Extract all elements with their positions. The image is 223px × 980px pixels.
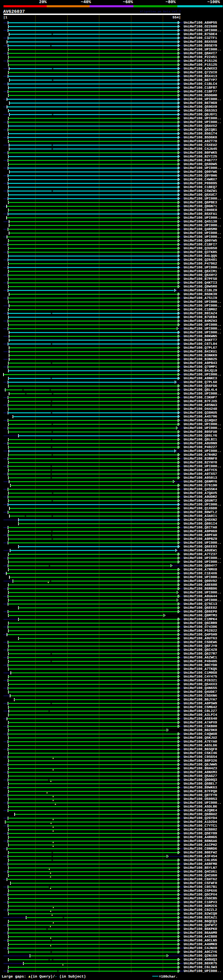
svg-text:UniRef100_Q4P5H9: UniRef100_Q4P5H9 — [184, 633, 217, 637]
svg-text:UniRef100_A8PSW9: UniRef100_A8PSW9 — [184, 702, 217, 706]
svg-text:UniRef100_B3NKK9: UniRef100_B3NKK9 — [184, 353, 217, 358]
svg-text:UniRef100_Q4GXN2: UniRef100_Q4GXN2 — [184, 518, 217, 522]
svg-text:~40%: ~40% — [81, 0, 91, 5]
svg-text:UniRef100_P49405: UniRef100_P49405 — [184, 659, 217, 663]
svg-text:UniRef100_B6JYA7: UniRef100_B6JYA7 — [184, 698, 217, 702]
svg-text:UniRef100_Q38HU5: UniRef100_Q38HU5 — [184, 411, 217, 415]
svg-text:UniRef100_A6SLG6: UniRef100_A6SLG6 — [184, 744, 217, 748]
svg-text:UniRef100_UPI000..: UniRef100_UPI000.. — [184, 392, 221, 396]
svg-text:UniRef100_C5WZW1: UniRef100_C5WZW1 — [184, 189, 217, 193]
svg-text:UniRef100_Q2N159: UniRef100_Q2N159 — [184, 954, 217, 958]
svg-text:UniRef100_C9SGS4: UniRef100_C9SGS4 — [184, 755, 217, 759]
svg-text:UniRef100_UPI000..: UniRef100_UPI000.. — [184, 373, 221, 377]
svg-text:UniRef100_A6ZWC1: UniRef100_A6ZWC1 — [184, 655, 217, 660]
svg-text:UniRef100_Q8TFY0: UniRef100_Q8TFY0 — [184, 793, 217, 797]
svg-text:UniRef100_B6THG9: UniRef100_B6THG9 — [184, 101, 217, 105]
svg-text:UniRef100_A9ZT78: UniRef100_A9ZT78 — [184, 139, 217, 143]
svg-text:UniRef100_B0WTL2: UniRef100_B0WTL2 — [184, 510, 217, 514]
svg-text:UniRef100_B5YLN7: UniRef100_B5YLN7 — [184, 866, 217, 870]
svg-text:UniRef100_Q6CRR9: UniRef100_Q6CRR9 — [184, 621, 217, 625]
svg-text:UniRef100_C1E4X6: UniRef100_C1E4X6 — [184, 571, 217, 576]
svg-text:UniRef100_B2WIQ9: UniRef100_B2WIQ9 — [184, 912, 217, 916]
svg-text:UniRef100_C1BEQ7: UniRef100_C1BEQ7 — [184, 185, 217, 189]
svg-text:UniRef100_B0XR75: UniRef100_B0XR75 — [184, 962, 217, 966]
svg-text:UniRef100_P46777: UniRef100_P46777 — [184, 159, 217, 163]
svg-text:UniRef100_C3ZTF1: UniRef100_C3ZTF1 — [184, 36, 217, 40]
svg-text:UniRef100_B2B802: UniRef100_B2B802 — [184, 828, 217, 832]
svg-text:UniRef100_C5DEW6: UniRef100_C5DEW6 — [184, 640, 217, 644]
svg-text:UniRef100_UPI000..: UniRef100_UPI000.. — [184, 120, 221, 124]
svg-text:UniRef100_Q6EE82: UniRef100_Q6EE82 — [184, 606, 217, 610]
svg-text:UniRef100_A0CZY6: UniRef100_A0CZY6 — [184, 950, 217, 954]
svg-text:UniRef100_Q4KTI3: UniRef100_Q4KTI3 — [184, 281, 217, 285]
svg-text:UniRef100_Q54XX3: UniRef100_Q54XX3 — [184, 682, 217, 687]
svg-text:UniRef100_P09895: UniRef100_P09895 — [184, 181, 217, 186]
svg-text:UniRef100_B0KWN5: UniRef100_B0KWN5 — [184, 334, 217, 339]
svg-text:UniRef100_Q4SSK4: UniRef100_Q4SSK4 — [184, 487, 217, 492]
svg-text:UniRef100_Q5EY89: UniRef100_Q5EY89 — [184, 832, 217, 836]
svg-text:UniRef100_Q1XGD8: UniRef100_Q1XGD8 — [184, 506, 217, 511]
svg-text:UniRef100_UPI000..: UniRef100_UPI000.. — [184, 29, 221, 33]
svg-text:UniRef100_C4LU56: UniRef100_C4LU56 — [184, 858, 217, 862]
svg-text:UniRef100_C1BM02: UniRef100_C1BM02 — [184, 308, 217, 312]
svg-text:UniRef100_UPI000..: UniRef100_UPI000.. — [184, 224, 221, 228]
svg-text:UniRef100_Q627R7: UniRef100_Q627R7 — [184, 652, 217, 656]
svg-text:UniRef100_P15125: UniRef100_P15125 — [184, 63, 217, 67]
svg-text:UniRef100_A4IB88: UniRef100_A4IB88 — [184, 935, 217, 939]
svg-text:UniRef100_P22451: UniRef100_P22451 — [184, 55, 217, 59]
svg-text:UniRef100_C3KHP7: UniRef100_C3KHP7 — [184, 396, 217, 400]
svg-text:UniRef100_UPI000..: UniRef100_UPI000.. — [184, 591, 221, 595]
svg-text:UniRef100_B4KFT7: UniRef100_B4KFT7 — [184, 338, 217, 342]
svg-text:UniRef100_UPI000..: UniRef100_UPI000.. — [184, 598, 221, 603]
svg-text:UniRef100_C5FWF0: UniRef100_C5FWF0 — [184, 881, 217, 885]
svg-text:UniRef100_B5DGK8: UniRef100_B5DGK8 — [184, 135, 217, 140]
svg-text:UniRef100_A1CPH2: UniRef100_A1CPH2 — [184, 843, 217, 847]
svg-text:UniRef100_UPI000..: UniRef100_UPI000.. — [184, 300, 221, 304]
svg-text:UniRef100_O74306: UniRef100_O74306 — [184, 625, 217, 629]
svg-text:UniRef100_B8M2C6: UniRef100_B8M2C6 — [184, 904, 217, 908]
svg-text:UniRef100_C1BF77: UniRef100_C1BF77 — [184, 90, 217, 94]
svg-text:UniRef100_Q6JWW5: UniRef100_Q6JWW5 — [184, 763, 217, 767]
svg-text:UniRef100_B3RNF8: UniRef100_B3RNF8 — [184, 457, 217, 461]
svg-text:UniRef100_A7QAV5: UniRef100_A7QAV5 — [184, 491, 217, 495]
svg-text:UniRef100_O22608: UniRef100_O22608 — [184, 25, 217, 29]
svg-text:UniRef100_Q0GN71: UniRef100_Q0GN71 — [184, 204, 217, 208]
svg-text:UniRef100_B7UEB4: UniRef100_B7UEB4 — [184, 315, 217, 320]
svg-text:UniRef100_Q58DW5: UniRef100_Q58DW5 — [184, 162, 217, 167]
svg-text:UniRef100_Q0JGY1: UniRef100_Q0JGY1 — [184, 113, 217, 117]
svg-text:UniRef100_C6HT62: UniRef100_C6HT62 — [184, 877, 217, 881]
svg-text:UniRef100_A3F4S4: UniRef100_A3F4S4 — [184, 854, 217, 859]
svg-text:UniRef100_C1M0G8: UniRef100_C1M0G8 — [184, 671, 217, 675]
svg-text:UniRef100_P49227: UniRef100_P49227 — [184, 445, 217, 450]
svg-text:UniRef100_Q5AGZ7: UniRef100_Q5AGZ7 — [184, 774, 217, 778]
svg-text:UniRef100_B4LQQ5: UniRef100_B4LQQ5 — [184, 254, 217, 258]
svg-text:UniRef100_Q8MTM3: UniRef100_Q8MTM3 — [184, 614, 217, 618]
svg-text:554|: 554| — [172, 16, 181, 20]
svg-text:UniRef100_Q86LY6: UniRef100_Q86LY6 — [184, 434, 217, 438]
svg-text:UniRef100_Q26481: UniRef100_Q26481 — [184, 258, 217, 262]
svg-text:UniRef100_O44248: UniRef100_O44248 — [184, 407, 217, 411]
svg-text:UniRef100_B5X413: UniRef100_B5X413 — [184, 75, 217, 79]
svg-text:UniRef100_UPI000..: UniRef100_UPI000.. — [184, 266, 221, 270]
svg-text:UniRef100_A9PFA8: UniRef100_A9PFA8 — [184, 533, 217, 538]
svg-text:UniRef100_A9PH69: UniRef100_A9PH69 — [184, 530, 217, 534]
svg-text:UniRef100_Q4UDE7: UniRef100_Q4UDE7 — [184, 690, 217, 694]
svg-text:UniRef100_UPI000..: UniRef100_UPI000.. — [184, 231, 221, 235]
svg-text:UniRef100_B2YHY0: UniRef100_B2YHY0 — [184, 461, 217, 465]
svg-text:UniRef100_A8E608: UniRef100_A8E608 — [184, 583, 217, 587]
svg-text:UniRef100_B5XFA1: UniRef100_B5XFA1 — [184, 212, 217, 216]
svg-text:UniRef100_UPI000..: UniRef100_UPI000.. — [184, 304, 221, 308]
svg-text:UniRef100_Q75C13: UniRef100_Q75C13 — [184, 602, 217, 606]
svg-text:UniRef100_Q3U850: UniRef100_Q3U850 — [184, 247, 217, 251]
svg-text:~100%: ~100% — [207, 0, 220, 5]
svg-text:UniRef100_A8UA44: UniRef100_A8UA44 — [184, 595, 217, 599]
svg-text:UniRef100_B9SFU0: UniRef100_B9SFU0 — [184, 430, 217, 434]
svg-text:UniRef100_Q6XIM1: UniRef100_Q6XIM1 — [184, 269, 217, 274]
svg-text:UniRef100_A8U9N9: UniRef100_A8U9N9 — [184, 442, 217, 445]
svg-text:~80%: ~80% — [165, 0, 176, 5]
svg-text:UniRef100_A9NKC3: UniRef100_A9NKC3 — [184, 377, 217, 381]
svg-text:UniRef100_A7EYA0: UniRef100_A7EYA0 — [184, 740, 217, 744]
svg-text:UniRef100_A7TZ37: UniRef100_A7TZ37 — [184, 552, 217, 557]
svg-text:UniRef100_C1BFI7: UniRef100_C1BFI7 — [184, 243, 217, 247]
svg-text:UniRef100_A9S013: UniRef100_A9S013 — [184, 476, 217, 480]
